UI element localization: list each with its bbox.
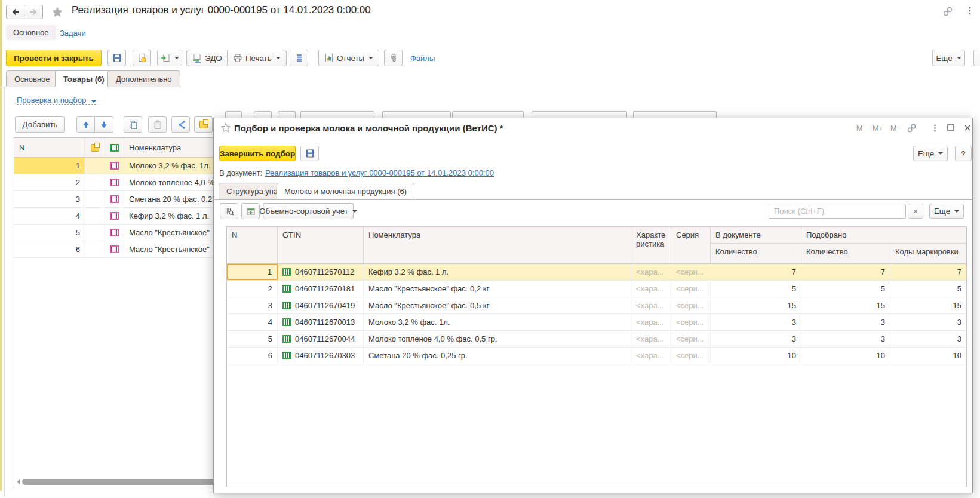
row-number[interactable]: 2 bbox=[227, 281, 278, 297]
row-barcode-cell[interactable] bbox=[105, 174, 124, 190]
row-qty-selected[interactable]: 15 bbox=[801, 297, 890, 313]
row-nomenclature[interactable]: Масло "Крестьянское" фас. 0,2 кг bbox=[364, 281, 631, 297]
row-characteristic[interactable]: <хара... bbox=[631, 331, 671, 347]
print-button[interactable]: Печать bbox=[227, 50, 287, 66]
more-button[interactable]: Еще bbox=[913, 146, 948, 161]
row-barcode-cell[interactable] bbox=[105, 191, 124, 207]
get-link-icon[interactable] bbox=[907, 123, 917, 133]
row-marking-cell[interactable] bbox=[85, 225, 105, 241]
finish-selection-button[interactable]: Завершить подбор bbox=[219, 146, 296, 161]
row-number[interactable]: 2 bbox=[14, 174, 85, 190]
attachments-button[interactable] bbox=[384, 50, 403, 66]
row-marking-cell[interactable] bbox=[85, 208, 105, 224]
row-number[interactable]: 5 bbox=[14, 225, 85, 241]
back-button[interactable] bbox=[6, 5, 24, 19]
kebab-menu-icon[interactable] bbox=[965, 5, 975, 16]
row-number[interactable]: 6 bbox=[14, 241, 85, 257]
related-links-button[interactable] bbox=[171, 116, 190, 133]
col-in-document[interactable]: В документе bbox=[711, 227, 801, 244]
row-marking-cell[interactable] bbox=[85, 241, 105, 257]
move-down-button[interactable] bbox=[95, 116, 113, 133]
move-up-button[interactable] bbox=[76, 116, 95, 133]
row-characteristic[interactable]: <хара... bbox=[631, 281, 671, 297]
volume-sort-accounting-button[interactable]: Объемно-сортовой учет bbox=[263, 203, 354, 219]
row-gtin[interactable]: 04607112670419 bbox=[278, 297, 364, 313]
row-gtin[interactable]: 04607112670013 bbox=[278, 314, 364, 330]
more-button[interactable]: Еще bbox=[929, 204, 964, 219]
selection-table-row[interactable]: 1 04607112670112 Кефир 3,2 % фас. 1 л. <… bbox=[227, 264, 966, 281]
row-gtin[interactable]: 04607112670112 bbox=[278, 264, 364, 280]
scale-minus-button[interactable]: М− bbox=[890, 124, 901, 133]
clear-search-button[interactable] bbox=[908, 204, 923, 219]
close-icon[interactable] bbox=[963, 123, 972, 133]
row-number[interactable]: 3 bbox=[14, 191, 85, 207]
target-document-link[interactable]: Реализация товаров и услуг 0000-000195 о… bbox=[265, 168, 494, 177]
row-nomenclature[interactable]: Молоко 3,2 % фас. 1л. bbox=[364, 314, 631, 330]
col-quantity-document[interactable]: Количество bbox=[711, 244, 801, 263]
row-qty-document[interactable]: 3 bbox=[711, 331, 801, 347]
row-qty-document[interactable]: 7 bbox=[711, 264, 801, 280]
row-qty-selected[interactable]: 5 bbox=[801, 281, 890, 297]
col-gtin[interactable]: GTIN bbox=[278, 227, 364, 263]
col-nomenclature[interactable]: Номенклатура bbox=[364, 227, 631, 263]
save-button[interactable] bbox=[300, 146, 319, 161]
tab-milk-products[interactable]: Молоко и молочная продукция (6) bbox=[277, 183, 414, 199]
row-marking-codes[interactable]: 15 bbox=[890, 297, 966, 313]
row-number[interactable]: 4 bbox=[14, 208, 85, 224]
col-selected[interactable]: Подобрано bbox=[801, 227, 966, 244]
row-marking-cell[interactable] bbox=[85, 174, 105, 190]
tab-additional[interactable]: Дополнительно bbox=[107, 70, 180, 87]
save-button[interactable] bbox=[107, 50, 126, 66]
selection-table-row[interactable]: 4 04607112670013 Молоко 3,2 % фас. 1л. <… bbox=[227, 314, 966, 331]
col-barcode[interactable] bbox=[105, 138, 124, 157]
tab-main[interactable]: Основное bbox=[6, 70, 59, 87]
row-qty-selected[interactable]: 10 bbox=[801, 348, 890, 364]
favorite-star-outline-icon[interactable] bbox=[220, 122, 231, 133]
row-qty-document[interactable]: 15 bbox=[711, 297, 801, 313]
row-series[interactable]: <сери... bbox=[671, 297, 711, 313]
col-n[interactable]: N bbox=[227, 227, 278, 263]
nav-item-main[interactable]: Основное bbox=[6, 25, 56, 40]
search-input[interactable] bbox=[769, 204, 906, 219]
get-link-icon[interactable] bbox=[942, 6, 953, 17]
files-link[interactable]: Файлы bbox=[410, 54, 435, 63]
row-number[interactable]: 1 bbox=[14, 158, 85, 174]
row-marking-cell[interactable] bbox=[85, 191, 105, 207]
row-series[interactable]: <сери... bbox=[671, 264, 711, 280]
row-barcode-cell[interactable] bbox=[105, 225, 124, 241]
row-marking-codes[interactable]: 10 bbox=[890, 348, 966, 364]
col-quantity-selected[interactable]: Количество bbox=[801, 244, 890, 263]
row-characteristic[interactable]: <хара... bbox=[631, 314, 671, 330]
col-marking[interactable] bbox=[85, 138, 105, 157]
forward-button[interactable] bbox=[24, 5, 43, 19]
selection-table-row[interactable]: 2 04607112670181 Масло "Крестьянское" фа… bbox=[227, 281, 966, 297]
row-number[interactable]: 1 bbox=[227, 264, 278, 280]
reports-button[interactable]: Отчеты bbox=[318, 50, 379, 66]
tab-goods[interactable]: Товары (6) bbox=[55, 70, 113, 87]
scan-barcode-button[interactable] bbox=[220, 203, 238, 219]
help-button-clipped[interactable] bbox=[973, 50, 980, 66]
marking-button[interactable] bbox=[194, 116, 213, 133]
col-n[interactable]: N bbox=[14, 138, 85, 157]
help-button[interactable]: ? bbox=[955, 146, 972, 161]
row-gtin[interactable]: 04607112670044 bbox=[278, 331, 364, 347]
check-and-select-menu[interactable]: Проверка и подбор bbox=[17, 96, 96, 105]
row-characteristic[interactable]: <хара... bbox=[631, 348, 671, 364]
row-qty-selected[interactable]: 3 bbox=[801, 331, 890, 347]
row-marking-codes[interactable]: 5 bbox=[890, 281, 966, 297]
row-qty-document[interactable]: 3 bbox=[711, 314, 801, 330]
scale-normal-button[interactable]: М bbox=[856, 124, 862, 133]
row-series[interactable]: <сери... bbox=[671, 348, 711, 364]
more-button[interactable]: Еще bbox=[932, 50, 965, 66]
row-marking-codes[interactable]: 3 bbox=[890, 314, 966, 330]
nav-item-tasks[interactable]: Задачи bbox=[60, 29, 86, 38]
maximize-icon[interactable] bbox=[946, 123, 956, 133]
row-nomenclature[interactable]: Масло "Крестьянское" фас. 0,5 кг bbox=[364, 297, 631, 313]
row-barcode-cell[interactable] bbox=[105, 158, 124, 174]
row-number[interactable]: 6 bbox=[227, 348, 278, 364]
row-barcode-cell[interactable] bbox=[105, 208, 124, 224]
row-marking-codes[interactable]: 3 bbox=[890, 331, 966, 347]
paste-button[interactable] bbox=[148, 116, 167, 133]
post-and-close-button[interactable]: Провести и закрыть bbox=[6, 50, 102, 66]
row-qty-selected[interactable]: 7 bbox=[801, 264, 890, 280]
